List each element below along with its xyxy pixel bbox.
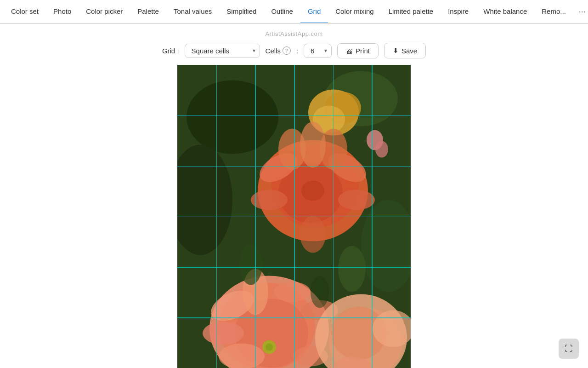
nav-item-white-balance[interactable]: White balance xyxy=(476,0,534,24)
svg-point-17 xyxy=(300,122,326,168)
svg-point-1 xyxy=(187,80,278,154)
svg-point-39 xyxy=(301,181,324,201)
nav-bar: Color setPhotoColor pickerPaletteTonal v… xyxy=(0,0,588,24)
nav-item-simplified[interactable]: Simplified xyxy=(219,0,264,24)
svg-point-36 xyxy=(338,246,366,292)
cells-colon: : xyxy=(296,47,298,55)
svg-point-13 xyxy=(251,190,288,210)
svg-point-18 xyxy=(300,216,326,253)
grid-type-select-wrapper: Square cellsRectangular cellsDiagonal ce… xyxy=(185,44,260,58)
svg-point-24 xyxy=(219,344,265,368)
nav-item-tonal-values[interactable]: Tonal values xyxy=(166,0,219,24)
cells-select[interactable]: 345681012 xyxy=(304,44,332,58)
nav-item-photo[interactable]: Photo xyxy=(46,0,79,24)
fullscreen-icon: ⛶ xyxy=(565,344,573,354)
cells-help-icon[interactable]: ? xyxy=(283,46,291,55)
grid-label: Grid : xyxy=(162,47,179,55)
save-icon: ⬇ xyxy=(393,46,399,55)
nav-item-color-picker[interactable]: Color picker xyxy=(79,0,130,24)
nav-item-palette[interactable]: Palette xyxy=(130,0,166,24)
svg-point-37 xyxy=(239,244,262,285)
svg-point-14 xyxy=(338,190,375,210)
svg-point-35 xyxy=(375,141,388,158)
svg-point-23 xyxy=(203,322,244,345)
flower-image xyxy=(177,65,411,368)
fullscreen-button[interactable]: ⛶ xyxy=(559,339,579,359)
svg-point-41 xyxy=(266,344,273,351)
watermark: ArtistAssistApp.com xyxy=(265,30,322,37)
cells-label: Cells ? xyxy=(266,46,291,55)
nav-item-limited-palette[interactable]: Limited palette xyxy=(381,0,441,24)
nav-item-remove[interactable]: Remo... xyxy=(534,0,573,24)
controls-bar: Grid : Square cellsRectangular cellsDiag… xyxy=(162,43,426,58)
flower-svg xyxy=(177,65,411,368)
print-button[interactable]: 🖨 Print xyxy=(337,43,379,58)
nav-item-grid[interactable]: Grid xyxy=(300,0,328,24)
nav-item-inspire[interactable]: Inspire xyxy=(441,0,476,24)
svg-point-38 xyxy=(311,276,329,308)
image-container xyxy=(177,65,411,368)
svg-point-25 xyxy=(274,282,311,302)
grid-type-select[interactable]: Square cellsRectangular cellsDiagonal ce… xyxy=(185,44,260,58)
main-content: ArtistAssistApp.com Grid : Square cellsR… xyxy=(0,24,588,368)
nav-item-color-set[interactable]: Color set xyxy=(4,0,46,24)
print-icon: 🖨 xyxy=(346,47,353,55)
nav-item-color-mixing[interactable]: Color mixing xyxy=(328,0,381,24)
nav-item-outline[interactable]: Outline xyxy=(264,0,300,24)
cells-select-wrapper: 345681012 ▾ xyxy=(304,44,332,58)
save-button[interactable]: ⬇ Save xyxy=(384,43,426,58)
nav-more-button[interactable]: ··· xyxy=(573,0,588,23)
